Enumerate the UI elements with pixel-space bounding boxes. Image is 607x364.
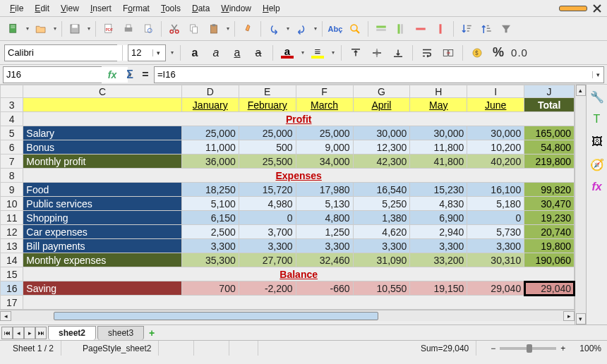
redo-dropdown[interactable]: ▾: [312, 25, 318, 32]
autospell-button[interactable]: [346, 20, 364, 38]
cut-button[interactable]: [165, 20, 184, 38]
col-c[interactable]: C: [23, 85, 181, 98]
selected-cell[interactable]: 29,040: [524, 281, 575, 296]
align-vcenter-button[interactable]: [368, 44, 386, 62]
tab-next-button[interactable]: ▸: [24, 327, 35, 339]
function-wizard-button[interactable]: fx: [104, 69, 120, 80]
font-color-dropdown[interactable]: ▾: [299, 49, 306, 56]
export-pdf-button[interactable]: PDF: [100, 20, 118, 38]
styles-icon[interactable]: T: [589, 111, 605, 127]
menu-view[interactable]: View: [55, 1, 85, 16]
font-name-input[interactable]: [5, 45, 129, 61]
underline-button[interactable]: a: [228, 44, 246, 62]
menu-format[interactable]: Format: [117, 1, 155, 16]
align-bottom-button[interactable]: [389, 44, 407, 62]
zoom-knob[interactable]: [527, 344, 532, 353]
save-dropdown[interactable]: ▾: [85, 25, 92, 32]
col-f[interactable]: F: [296, 85, 353, 98]
close-document-button[interactable]: [591, 3, 603, 14]
col-d[interactable]: D: [181, 85, 239, 98]
open-dropdown[interactable]: ▾: [52, 25, 58, 32]
formula-equals-button[interactable]: =: [140, 68, 151, 81]
delete-row-button[interactable]: [411, 20, 430, 38]
undo-dropdown[interactable]: ▾: [284, 25, 291, 32]
status-pagestyle[interactable]: PageStyle_sheet2: [76, 341, 159, 356]
copy-button[interactable]: [185, 20, 203, 38]
merge-cells-button[interactable]: [439, 44, 457, 62]
menu-file[interactable]: File: [4, 1, 29, 16]
horizontal-scrollbar[interactable]: ◂ ▸: [0, 310, 575, 321]
currency-button[interactable]: $: [468, 44, 486, 62]
menu-edit[interactable]: Edit: [29, 1, 55, 16]
col-g[interactable]: G: [353, 85, 410, 98]
tab-prev-button[interactable]: ◂: [13, 327, 24, 339]
undo-button[interactable]: [265, 20, 283, 38]
menu-tools[interactable]: Tools: [155, 1, 186, 16]
zoom-out-icon[interactable]: −: [491, 344, 495, 353]
vertical-scrollbar[interactable]: ▴ ▾: [575, 85, 586, 324]
number-format-button[interactable]: 0.0: [510, 44, 529, 62]
col-e[interactable]: E: [239, 85, 296, 98]
col-i[interactable]: I: [467, 85, 524, 98]
zoom-in-icon[interactable]: +: [560, 344, 565, 353]
menu-help[interactable]: Help: [257, 1, 286, 16]
gallery-icon[interactable]: 🖼: [589, 134, 605, 150]
status-signature[interactable]: [244, 341, 258, 356]
scroll-right-button[interactable]: ▸: [563, 311, 575, 321]
properties-icon[interactable]: 🔧: [589, 89, 605, 104]
zoom-value[interactable]: 100%: [579, 344, 601, 353]
h-scroll-thumb[interactable]: [54, 312, 378, 320]
menu-insert[interactable]: Insert: [85, 1, 117, 16]
paste-button[interactable]: [205, 20, 223, 38]
col-h[interactable]: H: [410, 85, 467, 98]
spreadsheet-grid[interactable]: C D E F G H I J 3 JanuaryFebruaryMarchAp…: [0, 85, 575, 324]
sort-asc-button[interactable]: [457, 20, 476, 38]
functions-icon[interactable]: fx: [589, 179, 605, 195]
navigator-icon[interactable]: 🧭: [589, 157, 605, 172]
scroll-up-button[interactable]: ▴: [576, 85, 586, 96]
autofilter-button[interactable]: [497, 20, 515, 38]
clone-format-button[interactable]: [239, 20, 257, 38]
font-color-button[interactable]: a: [278, 44, 296, 62]
paste-dropdown[interactable]: ▾: [224, 25, 231, 32]
sum-button[interactable]: Σ: [123, 68, 137, 81]
tab-first-button[interactable]: ⏮: [1, 327, 13, 339]
new-doc-button[interactable]: [4, 20, 23, 38]
scroll-left-button[interactable]: ◂: [0, 311, 11, 321]
menu-window[interactable]: Window: [215, 1, 257, 16]
font-size-dropdown[interactable]: ▾: [169, 49, 175, 56]
status-sum[interactable]: Sum=29,040: [272, 341, 476, 356]
font-size-combo[interactable]: ▾: [128, 44, 166, 61]
percent-button[interactable]: %: [489, 44, 507, 62]
save-button[interactable]: [66, 20, 84, 38]
highlight-button[interactable]: ≡: [308, 44, 327, 62]
align-top-button[interactable]: [347, 44, 365, 62]
strike-button[interactable]: a: [249, 44, 268, 62]
menu-data[interactable]: Data: [186, 1, 215, 16]
bold-button[interactable]: a: [186, 44, 204, 62]
sort-desc-button[interactable]: [477, 20, 495, 38]
print-button[interactable]: [119, 20, 138, 38]
spellcheck-button[interactable]: Abç: [326, 20, 344, 38]
tab-last-button[interactable]: ⏭: [35, 327, 47, 339]
highlight-dropdown[interactable]: ▾: [330, 49, 336, 56]
name-box[interactable]: ▾: [3, 66, 102, 83]
tab-sheet3[interactable]: sheet3: [97, 326, 144, 340]
col-j[interactable]: J: [524, 85, 575, 98]
add-sheet-button[interactable]: +: [144, 327, 160, 339]
tab-sheet2[interactable]: sheet2: [48, 326, 96, 340]
delete-col-button[interactable]: [431, 20, 450, 38]
font-name-combo[interactable]: ▾: [4, 44, 117, 61]
formula-input-box[interactable]: ▾: [154, 66, 604, 83]
scroll-down-button[interactable]: ▾: [576, 313, 586, 324]
formula-input[interactable]: [155, 67, 592, 83]
italic-button[interactable]: a: [207, 44, 225, 62]
insert-row-button[interactable]: [372, 20, 390, 38]
insert-col-button[interactable]: [392, 20, 410, 38]
new-doc-dropdown[interactable]: ▾: [24, 25, 30, 32]
wrap-text-button[interactable]: [418, 44, 436, 62]
corner-cell[interactable]: [1, 85, 23, 98]
status-insert-mode[interactable]: [173, 341, 194, 356]
print-preview-button[interactable]: [139, 20, 157, 38]
status-selection-mode[interactable]: [208, 341, 229, 356]
